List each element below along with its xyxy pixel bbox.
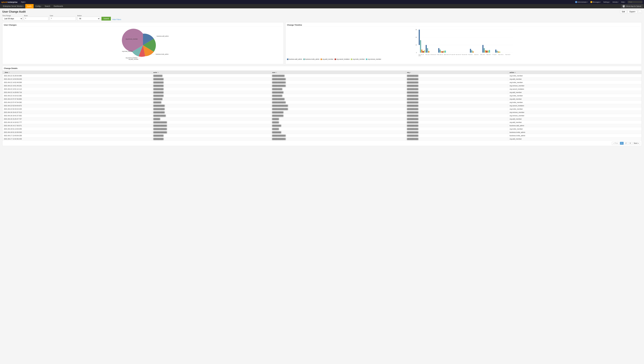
activity-caret-icon: ▾: [618, 2, 618, 3]
cell-time: 2021-06-22 14:51:12.112: [3, 88, 152, 91]
dashboards-nav-item[interactable]: Dashboards: [52, 4, 65, 8]
messages-badge: 2: [590, 1, 592, 3]
pie-label-org-cancel-invitation: org.cancel_invitation: [126, 57, 138, 58]
next-page-button[interactable]: Next »: [632, 142, 640, 145]
config-nav-item[interactable]: Config ▾: [34, 4, 43, 8]
table-row: 2021-06-18 01:13:03.045 ████████████ ███…: [3, 127, 641, 131]
svg-rect-26: [443, 51, 445, 52]
cell-time: 2021-06-22 02:43:23.343: [3, 108, 152, 111]
cell-time: 2021-06-22 02:54:04.872: [3, 104, 152, 108]
col-org[interactable]: org ⇕: [406, 71, 508, 74]
cell-user: ██████████████: [271, 108, 406, 111]
apps-nav-item[interactable]: Apps ▾: [20, 1, 26, 3]
prev-page-button[interactable]: « Prev: [612, 142, 619, 145]
page-2-button[interactable]: 2: [624, 142, 628, 145]
legend-dot-business-invite-admin: [303, 58, 305, 60]
time-range-label: Time Range: [2, 15, 23, 16]
cell-user: ██████████: [271, 111, 406, 114]
cell-time: 2021-06-17 13:42:06.436: [3, 137, 152, 141]
cell-time: 2021-06-22 07:47:46.884: [3, 98, 152, 101]
svg-rect-23: [440, 50, 441, 52]
cell-user: ███████████: [271, 98, 406, 101]
pie-chart-container: business.add_admin business.invite_admin…: [4, 28, 282, 62]
github-badge[interactable]: Github App for Splunk: [621, 4, 643, 8]
col-user[interactable]: user ⇕: [271, 71, 406, 74]
cell-action: org.remove_member: [508, 84, 641, 88]
audit-nav-item[interactable]: Audit ▾: [25, 4, 34, 8]
cell-org: ██████████: [406, 124, 508, 127]
cell-user: ██████████: [271, 114, 406, 118]
administrator-nav-item[interactable]: i Administrator ▾: [574, 1, 588, 3]
cell-user: █████████: [271, 94, 406, 98]
cell-action: business.add_admin: [508, 124, 641, 127]
page-1-button[interactable]: 1: [620, 142, 623, 145]
find-input[interactable]: [628, 1, 642, 3]
help-nav-item[interactable]: Help ▾: [620, 1, 626, 3]
search-nav-item[interactable]: Search: [43, 4, 52, 8]
cell-action: org.add_member: [508, 118, 641, 121]
cell-action: org.invite_member: [508, 101, 641, 104]
cell-actor: █████████: [152, 94, 271, 98]
svg-text:Wed Jul 7: Wed Jul 7: [486, 54, 491, 55]
cell-org: ██████████: [406, 108, 508, 111]
brand-logo[interactable]: splunk>enterprise: [1, 1, 17, 3]
pie-label-business-add-admin: business.add_admin: [157, 36, 169, 37]
cell-actor: ██████: [152, 118, 271, 121]
activity-nav-item[interactable]: Activity ▾: [612, 1, 619, 3]
legend-org-cancel-invitation: org.cancel_invitation: [335, 58, 350, 60]
svg-rect-18: [424, 50, 425, 52]
svg-text:Thu Jun 17: Thu Jun 17: [425, 54, 431, 55]
cell-actor: █████████: [152, 137, 271, 141]
cell-actor: █████████: [152, 81, 271, 84]
cell-org: ██████████: [406, 101, 508, 104]
edit-button[interactable]: Edit: [620, 10, 627, 13]
page-content: User Change Audit Edit Export ▾ ... Time…: [0, 8, 644, 148]
settings-nav-item[interactable]: Settings ▾: [603, 1, 610, 3]
change-details-table: _time ⇕ actor ⇕ user ⇕ org ⇕ action ⇕ 20…: [3, 71, 641, 141]
cell-time: 2021-06-18 01:13:03.045: [3, 127, 152, 131]
cell-org: ██████████: [406, 114, 508, 118]
enterprise-server-monitor-nav-item[interactable]: Enterprise Server Monitor ▾: [1, 4, 25, 8]
table-row: 2021-06-18 19:41:57.052 ███████████ ████…: [3, 114, 641, 118]
svg-text:Sat Jul 3: Sat Jul 3: [474, 54, 478, 55]
svg-rect-20: [427, 48, 428, 52]
svg-text:Fri Jun 25: Fri Jun 25: [450, 54, 455, 55]
messages-caret-icon: ▾: [600, 2, 601, 3]
cell-actor: ███████████: [152, 114, 271, 118]
svg-rect-40: [499, 52, 500, 52]
col-action[interactable]: action ⇕: [508, 71, 641, 74]
legend-dot-org-cancel-invitation: [335, 58, 336, 60]
pagination: « Prev 1 2 3 Next »: [3, 141, 641, 146]
table-row: 2021-06-18 01:10:30.593 ████████████ ███…: [3, 131, 641, 134]
cell-time: 2021-06-22 14:52:49.500: [3, 81, 152, 84]
svg-rect-33: [485, 50, 486, 52]
table-row: 2021-06-22 15:26:54.980 ████████ ███████…: [3, 74, 641, 78]
svg-rect-36: [489, 50, 490, 52]
col-actor[interactable]: actor ⇕: [152, 71, 271, 74]
table-row: 2021-06-22 07:47:46.884 ████████ ███████…: [3, 98, 641, 101]
user-input[interactable]: [50, 17, 76, 20]
svg-rect-21: [428, 51, 429, 52]
bar-chart-svg: 30 20 10 0: [287, 28, 640, 57]
action-select[interactable]: All business.add_admin business.invite_a…: [77, 17, 100, 20]
export-button[interactable]: Export ▾: [628, 10, 637, 13]
hide-filters-button[interactable]: Hide Filters: [112, 18, 121, 20]
charts-row: User Changes busine: [2, 22, 642, 64]
svg-rect-16: [421, 50, 422, 52]
submit-button[interactable]: Submit: [101, 17, 111, 20]
more-button[interactable]: ...: [638, 10, 642, 13]
col-time[interactable]: _time ⇕: [3, 71, 152, 74]
cell-actor: ████████████: [152, 127, 271, 131]
cell-time: 2021-06-22 14:53:59.049: [3, 78, 152, 81]
svg-text:2021: 2021: [418, 55, 421, 56]
actor-input[interactable]: [24, 17, 48, 20]
page-3-button[interactable]: 3: [628, 142, 632, 145]
cell-org: ██████████: [406, 118, 508, 121]
cell-action: org.invite_member: [508, 74, 641, 78]
svg-text:Mon Jul 5: Mon Jul 5: [480, 54, 485, 55]
svg-rect-31: [482, 45, 484, 52]
messages-nav-item[interactable]: 2 Messages ▾: [590, 1, 601, 3]
svg-rect-38: [497, 51, 498, 52]
time-range-select[interactable]: Last 30 days Last 7 days Last 24 hours: [2, 17, 23, 20]
cell-time: 2021-06-18 01:10:30.593: [3, 131, 152, 134]
